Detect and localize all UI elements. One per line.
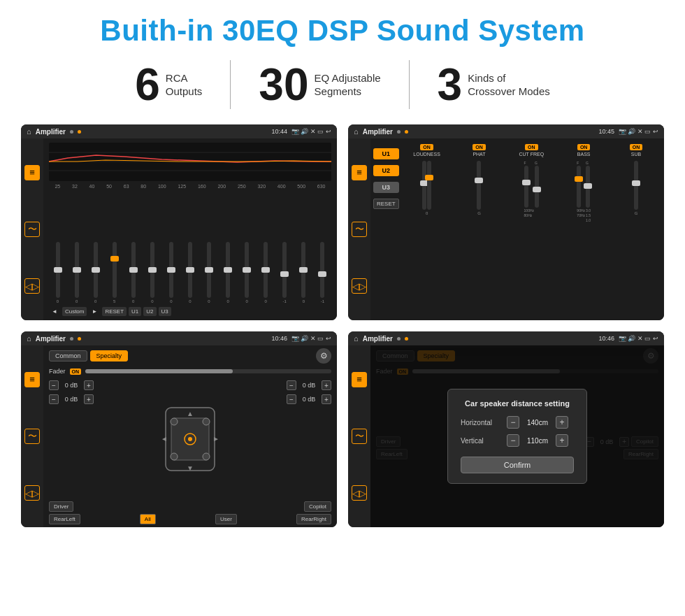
home-icon-4[interactable]: ⌂ <box>354 334 359 343</box>
user-btn[interactable]: User <box>215 514 237 524</box>
screen2-title: Amplifier <box>363 128 393 136</box>
screen1-title: Amplifier <box>36 128 66 136</box>
eq-freq-labels: 253240506380100125160200250320400500630 <box>49 184 331 189</box>
all-btn[interactable]: All <box>140 514 156 524</box>
eq-icon-3[interactable]: ≡ <box>24 372 40 387</box>
screen4-time: 10:46 <box>598 335 614 342</box>
eq-play-btn[interactable]: ► <box>89 307 100 316</box>
vol3-minus[interactable]: − <box>287 380 296 390</box>
vol4-plus[interactable]: + <box>322 394 331 404</box>
slider-200: 0 <box>219 242 237 303</box>
slider-160: 0 <box>201 242 218 303</box>
wave-icon-3[interactable]: 〜 <box>24 429 40 444</box>
rearleft-btn[interactable]: RearLeft <box>49 514 80 524</box>
vol1-plus[interactable]: + <box>84 380 94 390</box>
common-tab-3[interactable]: Common <box>49 350 87 361</box>
horizontal-minus[interactable]: − <box>507 416 519 429</box>
fader-fill <box>85 369 233 373</box>
u1-btn[interactable]: U1 <box>373 148 399 159</box>
eq-controls: ◄ Custom ► RESET U1 U2 U3 <box>49 307 331 316</box>
screen2-body: ≡ 〜 ◁▷ U1 U2 U3 RESET <box>348 138 664 320</box>
svg-text:▲: ▲ <box>187 410 194 417</box>
u2-btn[interactable]: U2 <box>373 165 399 176</box>
wave-icon-4[interactable]: 〜 <box>352 429 367 444</box>
horizontal-plus[interactable]: + <box>556 416 568 429</box>
eq-u2-btn[interactable]: U2 <box>143 307 156 316</box>
home-icon-1[interactable]: ⌂ <box>27 127 31 136</box>
bottom-btns-2: RearLeft All User RearRight <box>49 514 331 524</box>
screen3-body: ≡ 〜 ◁▷ Common Specialty ⚙ Fader <box>21 345 337 527</box>
slider-400: -1 <box>276 242 294 303</box>
status-bar-3: ⌂ Amplifier 10:46 📷 🔊 ✕ ▭ ↩ <box>21 331 337 345</box>
stat-label-eq: EQ AdjustableSegments <box>315 71 381 99</box>
crossover-main: U1 U2 U3 RESET ON LOUDNESS <box>370 138 664 320</box>
status-bar-1: ⌂ Amplifier 10:44 📷 🔊 ✕ ▭ ↩ <box>21 124 337 138</box>
distance-dialog: Car speaker distance setting Horizontal … <box>447 389 587 484</box>
eq-sliders: 0 0 0 5 0 0 0 0 0 0 0 0 -1 0 -1 <box>49 193 331 303</box>
eq-u1-btn[interactable]: U1 <box>129 307 141 316</box>
vol-row-3: − 0 dB + <box>287 380 331 390</box>
gear-icon[interactable]: ⚙ <box>316 348 331 364</box>
svg-point-8 <box>171 418 178 425</box>
dialog-overlay: Car speaker distance setting Horizontal … <box>370 345 664 527</box>
home-icon-3[interactable]: ⌂ <box>27 334 31 343</box>
dot-1 <box>70 130 73 134</box>
fader-control: Fader ON <box>49 368 331 375</box>
crossover-reset-btn[interactable]: RESET <box>373 199 399 209</box>
vol3-plus[interactable]: + <box>322 380 331 390</box>
copilot-btn[interactable]: Copilot <box>304 501 331 512</box>
eq-prev-btn[interactable]: ◄ <box>49 307 60 316</box>
tab-row-3: Common Specialty <box>49 350 128 361</box>
speaker-icon-4[interactable]: ◁▷ <box>352 485 367 501</box>
fader-label: Fader <box>49 368 66 375</box>
tab-and-gear: Common Specialty ⚙ <box>49 348 331 364</box>
confirm-button[interactable]: Confirm <box>461 457 574 473</box>
side-icons-3: ≡ 〜 ◁▷ <box>21 345 43 527</box>
vertical-minus[interactable]: − <box>507 434 519 447</box>
page-title: Buith-in 30EQ DSP Sound System <box>21 14 664 48</box>
slider-320: 0 <box>257 242 275 303</box>
screen-dialog: ⌂ Amplifier 10:46 📷 🔊 ✕ ▭ ↩ ≡ 〜 ◁▷ <box>348 331 664 527</box>
wave-icon-2[interactable]: 〜 <box>352 222 367 237</box>
speaker-icon-3[interactable]: ◁▷ <box>24 485 40 501</box>
dot-8 <box>405 337 408 341</box>
eq-reset-btn[interactable]: RESET <box>102 307 127 316</box>
bass-col: ON BASS F 90Hz 70Hz G <box>558 144 609 222</box>
screen-eq: ⌂ Amplifier 10:44 📷 🔊 ✕ ▭ ↩ ≡ 〜 ◁▷ <box>21 124 337 320</box>
vol2-plus[interactable]: + <box>84 394 94 404</box>
speaker-icon[interactable]: ◁▷ <box>24 278 40 294</box>
screen4-title: Amplifier <box>363 335 393 343</box>
screen2-time: 10:45 <box>598 128 614 135</box>
vol2-val: 0 dB <box>62 396 81 403</box>
vertical-val: 110cm <box>524 437 551 445</box>
eq-u3-btn[interactable]: U3 <box>159 307 171 316</box>
wave-icon[interactable]: 〜 <box>24 222 40 237</box>
speaker-icon-2[interactable]: ◁▷ <box>352 278 367 294</box>
rearright-btn[interactable]: RearRight <box>296 514 331 524</box>
stat-label-rca: RCAOutputs <box>166 71 203 99</box>
screen3-title: Amplifier <box>36 335 66 343</box>
vol1-minus[interactable]: − <box>49 380 59 390</box>
vol1-val: 0 dB <box>62 382 81 389</box>
phat-on: ON <box>473 144 486 150</box>
fader-bar[interactable] <box>85 369 331 373</box>
vertical-plus[interactable]: + <box>556 434 568 447</box>
eq-icon-2[interactable]: ≡ <box>352 165 367 180</box>
dot-7 <box>397 337 401 341</box>
home-icon-2[interactable]: ⌂ <box>354 127 359 136</box>
vol4-minus[interactable]: − <box>287 394 296 404</box>
side-icons-4: ≡ 〜 ◁▷ <box>348 345 370 527</box>
specialty-tab-3[interactable]: Specialty <box>90 350 129 361</box>
eq-preset-label: Custom <box>62 307 87 316</box>
slider-500: 0 <box>295 242 312 303</box>
svg-point-9 <box>203 418 210 425</box>
eq-icon-4[interactable]: ≡ <box>352 372 367 387</box>
vol2-minus[interactable]: − <box>49 394 59 404</box>
driver-btn[interactable]: Driver <box>49 501 73 512</box>
slider-125: 0 <box>181 242 199 303</box>
u3-btn[interactable]: U3 <box>373 182 399 193</box>
side-icons-2: ≡ 〜 ◁▷ <box>348 138 370 320</box>
slider-32: 0 <box>68 242 85 303</box>
svg-point-7 <box>188 437 192 441</box>
eq-icon[interactable]: ≡ <box>24 165 40 180</box>
